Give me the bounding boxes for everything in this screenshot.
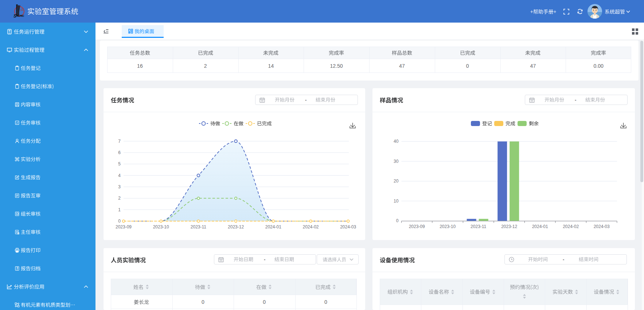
svg-text:40: 40 [394, 139, 399, 144]
svg-text:2024-01: 2024-01 [265, 224, 281, 229]
svg-text:INOPEC: INOPEC [17, 15, 24, 17]
svg-text:2024-03: 2024-03 [340, 224, 356, 229]
svg-text:2024-03: 2024-03 [594, 224, 610, 229]
svg-text:2023-12: 2023-12 [501, 224, 517, 229]
svg-text:20: 20 [394, 178, 399, 184]
svg-text:0: 0 [396, 218, 399, 223]
svg-text:3: 3 [118, 184, 121, 189]
svg-text:2023-10: 2023-10 [440, 224, 456, 229]
svg-text:10: 10 [394, 199, 399, 204]
svg-text:6: 6 [118, 150, 121, 155]
svg-text:2023-11: 2023-11 [191, 224, 206, 229]
svg-text:2023-09: 2023-09 [409, 224, 425, 229]
svg-text:2: 2 [118, 196, 121, 201]
svg-text:2024-01: 2024-01 [532, 224, 548, 229]
svg-text:30: 30 [394, 159, 399, 164]
svg-text:2024-02: 2024-02 [563, 224, 579, 229]
svg-text:2024-02: 2024-02 [303, 224, 319, 229]
svg-text:2023-09: 2023-09 [116, 224, 132, 229]
svg-text:0: 0 [118, 219, 121, 224]
svg-text:4: 4 [118, 173, 121, 178]
svg-text:2023-10: 2023-10 [153, 224, 169, 229]
svg-text:7: 7 [118, 139, 121, 144]
svg-text:2023-12: 2023-12 [228, 224, 244, 229]
svg-text:1: 1 [118, 207, 121, 212]
svg-text:2023-11: 2023-11 [471, 224, 486, 229]
svg-text:5: 5 [118, 161, 121, 166]
svg-text:S: S [13, 13, 16, 18]
